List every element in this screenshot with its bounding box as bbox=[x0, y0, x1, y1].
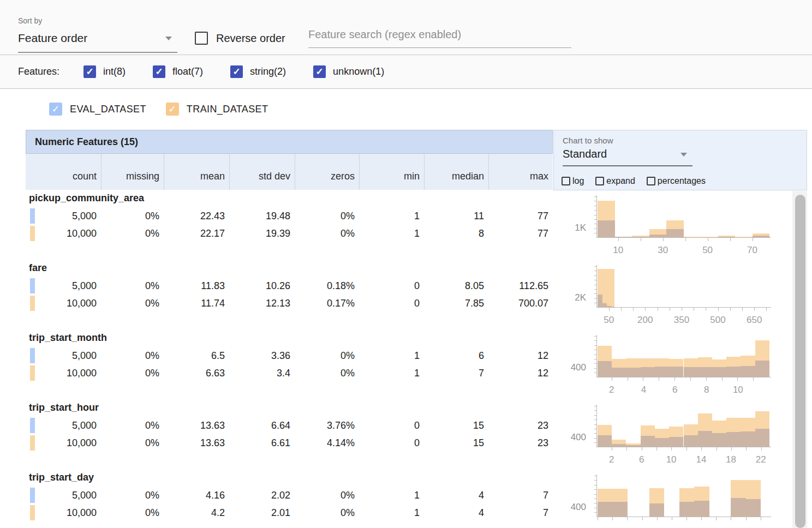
stat-line-eval: 5,0000%13.636.643.76%01523 bbox=[26, 417, 553, 434]
filter-string[interactable]: ✓string(2) bbox=[230, 65, 286, 78]
y-axis-label: 1K bbox=[553, 223, 586, 233]
checkbox-checked-icon[interactable]: ✓ bbox=[166, 103, 179, 116]
eval-overlap-bar bbox=[626, 368, 640, 377]
y-axis-tick bbox=[594, 285, 596, 285]
checkbox-checked-icon[interactable]: ✓ bbox=[313, 65, 326, 78]
filter-unknown[interactable]: ✓unknown(1) bbox=[313, 65, 384, 78]
stat-max: 112.65 bbox=[488, 277, 553, 295]
checkbox-checked-icon[interactable]: ✓ bbox=[49, 103, 62, 116]
x-axis-tick-label: 200 bbox=[637, 315, 653, 326]
eval-overlap-bar bbox=[712, 433, 726, 447]
stat-missing: 0% bbox=[101, 364, 164, 382]
eval-dataset-marker bbox=[30, 418, 35, 433]
eval-overlap-bar bbox=[741, 431, 755, 447]
x-axis-tick-label: 10 bbox=[613, 245, 623, 256]
dataset-toggle-eval_dataset[interactable]: ✓EVAL_DATASET bbox=[49, 103, 146, 116]
histogram-pickup_community_area: 1K10305070 bbox=[553, 190, 796, 260]
stat-min: 1 bbox=[359, 347, 424, 364]
filter-int[interactable]: ✓int(8) bbox=[83, 65, 126, 78]
checkbox-checked-icon[interactable]: ✓ bbox=[83, 65, 96, 78]
x-axis-tick-label: 2 bbox=[609, 385, 614, 395]
stat-mean: 6.63 bbox=[164, 364, 229, 382]
x-axis-tick bbox=[633, 308, 634, 311]
feature-row-trip_start_month: trip_start_month5,0000%6.53.360%161210,0… bbox=[26, 329, 553, 399]
y-axis-tick bbox=[594, 415, 596, 416]
x-axis-tick-label: 500 bbox=[710, 315, 725, 326]
x-axis-tick bbox=[753, 238, 753, 241]
chart-type-select[interactable]: Standard bbox=[563, 148, 692, 166]
chart-option-percentages[interactable]: percentages bbox=[647, 176, 706, 186]
histogram-trip_start_hour: 4002610141822 bbox=[553, 399, 796, 469]
eval-overlap-bar bbox=[698, 431, 712, 447]
stat-missing: 0% bbox=[101, 225, 164, 242]
y-axis-label: 400 bbox=[553, 362, 586, 373]
stat-std-dev: 6.64 bbox=[229, 417, 295, 434]
stat-missing: 0% bbox=[101, 434, 164, 452]
y-axis-tick bbox=[594, 275, 596, 276]
y-axis-tick bbox=[594, 494, 596, 495]
stat-median: 15 bbox=[424, 417, 488, 434]
sort-by-select[interactable]: Feature order bbox=[18, 32, 177, 53]
stat-line-train: 10,0000%4.22.010%147 bbox=[26, 504, 553, 521]
train-dataset-marker bbox=[30, 365, 35, 381]
x-axis-tick bbox=[643, 377, 643, 381]
y-axis-line bbox=[596, 475, 597, 517]
stat-count: 5,000 bbox=[26, 207, 101, 225]
stat-mean: 22.43 bbox=[164, 207, 229, 225]
filter-float[interactable]: ✓float(7) bbox=[153, 65, 203, 78]
checkbox-checked-icon[interactable]: ✓ bbox=[153, 65, 165, 78]
x-axis-tick bbox=[658, 308, 658, 311]
chart-option-expand[interactable]: expand bbox=[595, 176, 635, 186]
eval-dataset-marker bbox=[30, 278, 35, 293]
eval-overlap-bar bbox=[612, 368, 626, 377]
stat-max: 77 bbox=[488, 225, 553, 242]
stat-line-train: 10,0000%11.7412.130.17%07.85700.07 bbox=[26, 295, 553, 312]
checkbox-unchecked-icon[interactable] bbox=[195, 32, 208, 45]
y-axis-tick bbox=[594, 219, 596, 220]
y-axis-tick bbox=[594, 489, 596, 490]
stat-zeros: 0% bbox=[295, 504, 359, 521]
chart-option-log[interactable]: log bbox=[562, 176, 584, 186]
checkbox-unchecked-icon[interactable] bbox=[595, 177, 604, 185]
stat-count: 10,000 bbox=[26, 364, 101, 382]
x-axis-tick bbox=[642, 517, 643, 520]
eval-overlap-bar bbox=[712, 367, 726, 377]
stat-max: 12 bbox=[488, 347, 553, 364]
filter-label: string(2) bbox=[250, 66, 286, 77]
eval-dataset-marker bbox=[30, 208, 35, 224]
checkbox-unchecked-icon[interactable] bbox=[647, 177, 655, 185]
feature-search-input[interactable] bbox=[308, 28, 571, 48]
x-axis-tick bbox=[742, 308, 743, 311]
y-axis-tick bbox=[594, 410, 596, 411]
x-axis-tick bbox=[641, 238, 641, 241]
x-axis-tick-label: 30 bbox=[658, 245, 668, 256]
column-header-row: countmissingmeanstd devzerosminmedianmax bbox=[26, 154, 553, 190]
x-axis-tick bbox=[731, 447, 732, 451]
eval-overlap-bar bbox=[666, 229, 684, 237]
feature-row-trip_start_day: trip_start_day5,0000%4.162.020%14710,000… bbox=[26, 469, 553, 528]
histogram-trip_start_month: 400246810 bbox=[553, 329, 796, 399]
scrollbar-thumb[interactable] bbox=[795, 195, 805, 528]
histogram-fare: 2K50200350500650 bbox=[553, 260, 796, 329]
x-axis-tick bbox=[753, 377, 754, 381]
feature-row-fare: fare5,0000%11.8310.260.18%08.05112.6510,… bbox=[26, 260, 553, 329]
stat-count: 5,000 bbox=[26, 277, 101, 295]
checkbox-checked-icon[interactable]: ✓ bbox=[230, 65, 243, 78]
chart-to-show-label: Chart to show bbox=[563, 136, 613, 145]
stat-line-eval: 5,0000%6.53.360%1612 bbox=[26, 347, 553, 364]
y-axis-tick bbox=[594, 293, 596, 294]
eval-overlap-bar bbox=[741, 366, 755, 377]
x-axis-tick bbox=[663, 238, 664, 241]
y-axis-tick bbox=[594, 350, 596, 350]
stat-mean: 13.63 bbox=[164, 417, 229, 434]
dataset-label: TRAIN_DATASET bbox=[187, 104, 268, 115]
reverse-order-checkbox[interactable]: Reverse order bbox=[195, 32, 285, 45]
checkbox-unchecked-icon[interactable] bbox=[562, 177, 570, 185]
y-axis-label: 2K bbox=[553, 292, 586, 303]
filter-label: float(7) bbox=[172, 66, 203, 77]
y-axis-tick bbox=[594, 215, 596, 215]
stat-std-dev: 2.02 bbox=[229, 487, 295, 504]
dataset-toggle-train_dataset[interactable]: ✓TRAIN_DATASET bbox=[166, 103, 268, 116]
eval-overlap-bar bbox=[612, 444, 626, 447]
train-dataset-marker bbox=[30, 226, 35, 241]
